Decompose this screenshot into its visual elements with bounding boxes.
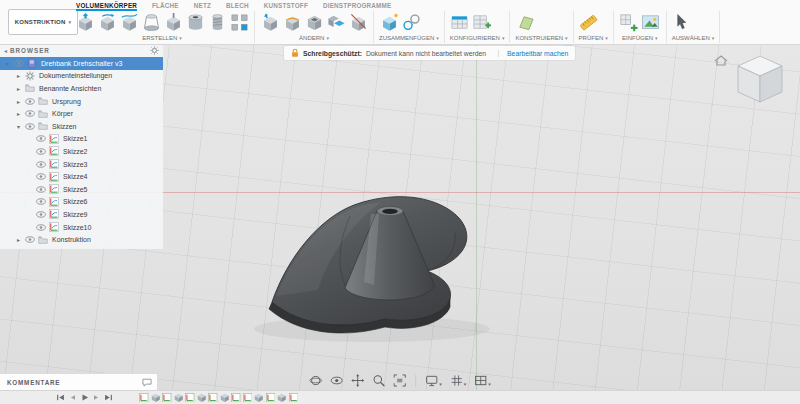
- extrude-icon[interactable]: [75, 12, 95, 32]
- timeline-feature-1-sketch[interactable]: [139, 393, 149, 403]
- thread-icon[interactable]: [207, 12, 227, 32]
- toolbar-group-label-einf-gen[interactable]: EINFÜGEN▾: [619, 35, 661, 41]
- timeline-feature-12-sketch[interactable]: [266, 393, 276, 403]
- timeline-feature-10-sketch[interactable]: [243, 393, 253, 403]
- tab-kunststoff[interactable]: KUNSTSTOFF: [264, 2, 308, 9]
- visibility-eye-icon[interactable]: [25, 98, 35, 105]
- timeline-feature-5-sketch[interactable]: [185, 393, 195, 403]
- pattern-icon[interactable]: [229, 12, 249, 32]
- timeline-feature-6-extrude[interactable]: [197, 393, 207, 403]
- timeline-feature-3-sketch[interactable]: [162, 393, 172, 403]
- toolbar-group-label-erstellen[interactable]: ERSTELLEN▾: [75, 35, 249, 41]
- configuration-icon[interactable]: [450, 12, 470, 32]
- collapse-arrow-icon[interactable]: ▾: [4, 60, 11, 67]
- toolbar-group-label-zusammenf-gen[interactable]: ZUSAMMENFÜGEN▾: [379, 35, 439, 41]
- browser-item-k-rper[interactable]: ▸Körper: [0, 107, 163, 120]
- step-back-icon[interactable]: [68, 393, 77, 402]
- visibility-eye-icon[interactable]: [36, 148, 46, 155]
- visibility-eye-icon[interactable]: [25, 110, 35, 117]
- browser-settings-icon[interactable]: [150, 46, 159, 55]
- make-editable-link[interactable]: Bearbeitbar machen: [498, 50, 568, 57]
- fillet-icon[interactable]: [282, 12, 302, 32]
- select-icon[interactable]: [672, 12, 692, 32]
- tab-dienstprogramme[interactable]: DIENSTPROGRAMME: [323, 2, 391, 9]
- canvas-icon[interactable]: [641, 12, 661, 32]
- browser-item-ursprung[interactable]: ▸Ursprung: [0, 95, 163, 108]
- toolbar-group-label-pr-fen[interactable]: PRÜFEN▾: [579, 35, 608, 41]
- configuration-table-icon[interactable]: [472, 12, 492, 32]
- pan-icon[interactable]: [350, 373, 365, 388]
- view-cube[interactable]: [712, 52, 788, 108]
- toolbar-group-label-ndern[interactable]: ÄNDERN▾: [260, 35, 368, 41]
- hole-icon[interactable]: [185, 12, 205, 32]
- browser-item-skizze2[interactable]: Skizze2: [0, 145, 163, 158]
- step-forward-icon[interactable]: [92, 393, 101, 402]
- browser-item-konstruktion[interactable]: ▸Konstruktion: [0, 233, 163, 246]
- browser-item-skizze9[interactable]: Skizze9: [0, 208, 163, 221]
- view-cube-body[interactable]: [738, 56, 782, 102]
- grid-and-snaps-icon[interactable]: ▾: [449, 373, 468, 388]
- timeline-feature-9-sketch[interactable]: [231, 393, 241, 403]
- press-pull-icon[interactable]: [260, 12, 280, 32]
- shell-icon[interactable]: [304, 12, 324, 32]
- combine-icon[interactable]: [326, 12, 346, 32]
- expand-arrow-icon[interactable]: ▸: [15, 98, 22, 105]
- expand-arrow-icon[interactable]: ▸: [15, 236, 22, 243]
- look-at-icon[interactable]: [329, 373, 344, 388]
- play-icon[interactable]: [80, 393, 89, 402]
- toolbar-group-label-konstruieren[interactable]: KONSTRUIEREN▾: [515, 35, 567, 41]
- toolbar-group-label-ausw-hlen[interactable]: AUSWÄHLEN▾: [672, 35, 715, 41]
- browser-item-skizze6[interactable]: Skizze6: [0, 196, 163, 209]
- display-settings-icon[interactable]: ▾: [424, 373, 443, 388]
- visibility-eye-icon[interactable]: [36, 173, 46, 180]
- visibility-eye-icon[interactable]: [14, 60, 24, 67]
- visibility-eye-icon[interactable]: [36, 135, 46, 142]
- toolbar-group-label-konfigurieren[interactable]: KONFIGURIEREN▾: [450, 35, 505, 41]
- fit-icon[interactable]: [392, 373, 407, 388]
- browser-item-skizze1[interactable]: Skizze1: [0, 133, 163, 146]
- expand-arrow-icon[interactable]: ▸: [15, 72, 22, 79]
- browser-item-skizze3[interactable]: Skizze3: [0, 158, 163, 171]
- browser-item-skizze10[interactable]: Skizze10: [0, 221, 163, 234]
- go-to-end-icon[interactable]: [104, 393, 113, 402]
- browser-item-skizze5[interactable]: Skizze5: [0, 183, 163, 196]
- browser-item-drehbank-drehschalter-v3[interactable]: ▾Drehbank Drehschalter v3: [0, 57, 163, 70]
- workspace-selector[interactable]: KONSTRUKTION ▾: [8, 9, 78, 35]
- collapse-arrow-icon[interactable]: ▾: [15, 123, 22, 130]
- tab-fl-che[interactable]: FLÄCHE: [152, 2, 179, 9]
- zoom-icon[interactable]: [371, 373, 386, 388]
- timeline-feature-13-extrude[interactable]: [277, 393, 287, 403]
- orbit-icon[interactable]: [308, 373, 323, 388]
- expand-arrow-icon[interactable]: ▸: [15, 85, 22, 92]
- timeline-feature-8-extrude[interactable]: [220, 393, 230, 403]
- split-body-icon[interactable]: [348, 12, 368, 32]
- new-component-icon[interactable]: [379, 12, 399, 32]
- derive-icon[interactable]: [619, 12, 639, 32]
- visibility-eye-icon[interactable]: [25, 123, 35, 130]
- timeline-feature-11-extrude[interactable]: [254, 393, 264, 403]
- visibility-eye-icon[interactable]: [36, 211, 46, 218]
- visibility-eye-icon[interactable]: [25, 236, 35, 243]
- joint-icon[interactable]: [401, 12, 421, 32]
- timeline-feature-7-sketch[interactable]: [208, 393, 218, 403]
- go-to-start-icon[interactable]: [56, 393, 65, 402]
- visibility-eye-icon[interactable]: [36, 224, 46, 231]
- comments-bar[interactable]: KOMMENTARE: [0, 373, 158, 391]
- collapse-panel-icon[interactable]: ◂: [4, 47, 7, 54]
- viewports-icon[interactable]: ▾: [473, 373, 492, 388]
- visibility-eye-icon[interactable]: [36, 198, 46, 205]
- visibility-eye-icon[interactable]: [36, 186, 46, 193]
- browser-item-benannte-ansichten[interactable]: ▸Benannte Ansichten: [0, 82, 163, 95]
- tab-netz[interactable]: NETZ: [194, 2, 211, 9]
- rib-icon[interactable]: [163, 12, 183, 32]
- tab-volumenk-rper[interactable]: VOLUMENKÖRPER: [76, 0, 137, 11]
- browser-item-dokumenteinstellungen[interactable]: ▸Dokumenteinstellungen: [0, 70, 163, 83]
- revolve-icon[interactable]: [97, 12, 117, 32]
- expand-arrow-icon[interactable]: ▸: [15, 110, 22, 117]
- construction-plane-icon[interactable]: [515, 12, 535, 32]
- browser-item-skizzen[interactable]: ▾Skizzen: [0, 120, 163, 133]
- home-icon[interactable]: [715, 56, 727, 65]
- loft-icon[interactable]: [141, 12, 161, 32]
- visibility-eye-icon[interactable]: [36, 161, 46, 168]
- browser-item-skizze4[interactable]: Skizze4: [0, 170, 163, 183]
